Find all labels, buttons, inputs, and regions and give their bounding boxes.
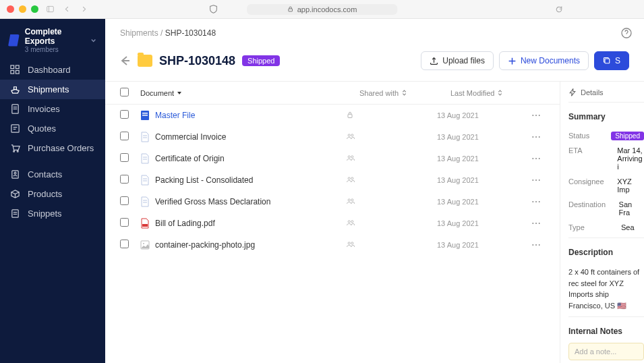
row-menu-icon[interactable]: ⋯	[531, 218, 545, 229]
file-name[interactable]: Certificate of Origin	[155, 154, 225, 163]
row-checkbox[interactable]	[120, 132, 129, 140]
svg-point-37	[351, 177, 353, 179]
sidebar-item-invoices[interactable]: Invoices	[0, 99, 105, 119]
description-text: 2 x 40 ft containers of rec steel for XY…	[568, 264, 644, 314]
people-icon	[346, 197, 355, 205]
help-icon[interactable]	[621, 28, 632, 38]
sidebar: Complete Exports 3 members DashboardShip…	[0, 19, 105, 363]
svg-point-41	[351, 198, 353, 200]
row-menu-icon[interactable]: ⋯	[531, 240, 545, 250]
svg-rect-6	[16, 70, 19, 74]
file-name[interactable]: Commercial Invoice	[155, 132, 226, 142]
table-row[interactable]: Commercial Invoice13 Aug 2021⋯	[105, 126, 560, 148]
svg-rect-17	[12, 210, 18, 217]
row-menu-icon[interactable]: ⋯	[531, 153, 545, 164]
table-row[interactable]: Verified Gross Mass Declaration13 Aug 20…	[105, 191, 560, 213]
last-modified: 13 Aug 2021	[437, 219, 531, 227]
solid-action-button[interactable]: S	[594, 51, 629, 70]
people-icon	[346, 154, 355, 162]
plus-icon	[508, 57, 517, 65]
row-checkbox[interactable]	[120, 218, 129, 227]
people-icon	[346, 219, 355, 227]
row-checkbox[interactable]	[120, 175, 129, 184]
file-name[interactable]: container-packing-photo.jpg	[155, 240, 255, 250]
select-all-checkbox[interactable]	[120, 88, 129, 96]
shared-with	[346, 197, 437, 207]
row-menu-icon[interactable]: ⋯	[531, 175, 545, 186]
row-checkbox[interactable]	[120, 110, 129, 119]
table-row[interactable]: Bill of Lading.pdf13 Aug 2021⋯	[105, 213, 560, 234]
sidebar-item-quotes[interactable]: Quotes	[0, 119, 105, 138]
row-menu-icon[interactable]: ⋯	[531, 196, 545, 207]
svg-point-32	[348, 155, 350, 157]
svg-point-47	[348, 242, 350, 244]
svg-rect-3	[11, 65, 14, 69]
sidebar-item-dashboard[interactable]: Dashboard	[0, 60, 105, 80]
last-modified: 13 Aug 2021	[437, 111, 531, 119]
file-name[interactable]: Packing List - Consolidated	[155, 175, 253, 185]
col-shared[interactable]: Shared with	[359, 89, 450, 97]
table-row[interactable]: Packing List - Consolidated13 Aug 2021⋯	[105, 169, 560, 191]
svg-point-13	[13, 150, 15, 152]
file-name[interactable]: Bill of Lading.pdf	[155, 219, 215, 228]
row-menu-icon[interactable]: ⋯	[531, 110, 545, 121]
col-modified[interactable]: Last Modified	[450, 89, 545, 97]
row-checkbox[interactable]	[120, 240, 129, 248]
details-header: Details	[568, 88, 644, 103]
upload-files-button[interactable]: Upload files	[421, 51, 494, 70]
summary-heading: Summary	[568, 112, 644, 121]
svg-point-48	[351, 242, 353, 244]
browser-nav[interactable]	[47, 5, 88, 13]
refresh-icon[interactable]	[555, 5, 563, 13]
svg-rect-0	[47, 6, 54, 11]
shared-with	[346, 111, 437, 121]
file-name[interactable]: Verified Gross Mass Declaration	[155, 197, 270, 206]
svg-point-46	[143, 243, 144, 244]
sidebar-item-contacts[interactable]: Contacts	[0, 165, 105, 184]
ship-icon	[10, 84, 20, 94]
svg-rect-4	[16, 65, 19, 69]
notes-heading: Internal Notes	[568, 327, 644, 336]
svg-point-28	[348, 134, 350, 136]
page-title: SHP-1030148	[159, 54, 235, 68]
svg-rect-42	[142, 224, 148, 227]
workspace-name: Complete Exports	[25, 27, 90, 46]
table-row[interactable]: Certificate of Origin13 Aug 2021⋯	[105, 148, 560, 169]
sidebar-toggle-icon[interactable]	[47, 5, 54, 13]
shield-icon[interactable]	[209, 5, 218, 13]
table-row[interactable]: container-packing-photo.jpg13 Aug 2021⋯	[105, 234, 560, 256]
breadcrumb-root[interactable]: Shipments	[120, 28, 158, 38]
row-checkbox[interactable]	[120, 153, 129, 162]
last-modified: 13 Aug 2021	[437, 176, 531, 184]
svg-rect-10	[11, 125, 19, 132]
row-checkbox[interactable]	[120, 196, 129, 205]
forward-icon[interactable]	[80, 5, 88, 13]
new-documents-button[interactable]: New Documents	[499, 51, 589, 70]
shared-with	[346, 219, 437, 229]
address-bar[interactable]: app.incodocs.com	[247, 4, 398, 15]
back-icon[interactable]	[63, 5, 71, 13]
table-row[interactable]: Master File13 Aug 2021⋯	[105, 105, 560, 126]
workspace-switcher[interactable]: Complete Exports 3 members	[0, 23, 105, 60]
snippet-icon	[10, 208, 20, 219]
col-document[interactable]: Document	[140, 89, 359, 97]
breadcrumb: Shipments / SHP-1030148	[105, 19, 644, 45]
sidebar-item-products[interactable]: Products	[0, 184, 105, 204]
file-name[interactable]: Master File	[155, 111, 195, 120]
doc-file-icon	[140, 153, 150, 164]
row-menu-icon[interactable]: ⋯	[531, 132, 545, 142]
sort-both-icon	[497, 90, 503, 96]
svg-rect-2	[288, 9, 292, 11]
workspace-logo-icon	[8, 34, 20, 47]
svg-point-29	[351, 134, 353, 136]
last-modified: 13 Aug 2021	[437, 133, 531, 141]
svg-point-43	[348, 220, 350, 222]
sidebar-item-shipments[interactable]: Shipments	[0, 80, 105, 99]
sidebar-item-snippets[interactable]: Snippets	[0, 204, 105, 223]
note-input[interactable]: Add a note...	[568, 343, 644, 360]
sidebar-item-purchase-orders[interactable]: Purchase Orders	[0, 138, 105, 158]
traffic-lights[interactable]	[7, 5, 38, 13]
sort-icon	[177, 90, 182, 96]
people-icon	[346, 175, 355, 184]
back-arrow-icon[interactable]	[120, 55, 131, 66]
